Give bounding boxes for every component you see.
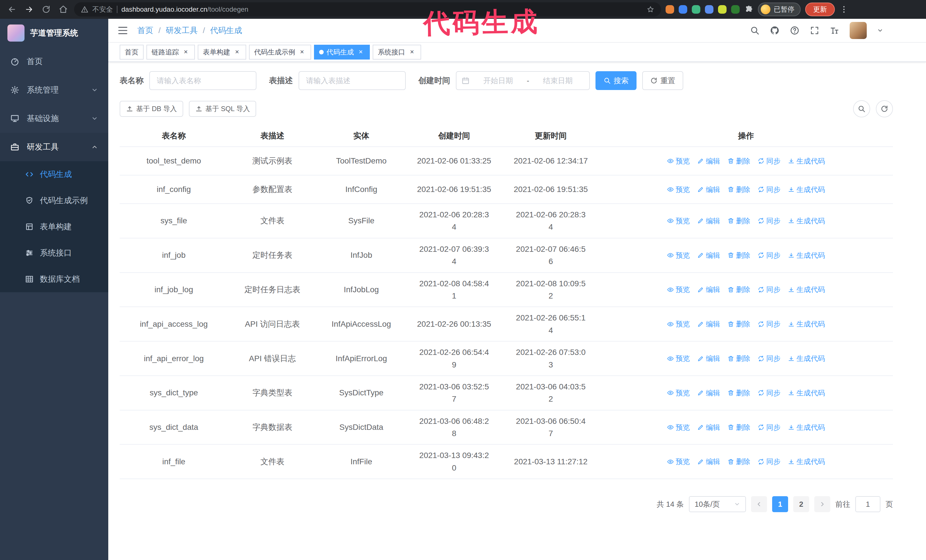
generate-action[interactable]: 生成代码 <box>788 423 825 432</box>
search-icon[interactable] <box>750 26 760 35</box>
sidebar-item-infra[interactable]: 基础设施 <box>0 104 108 133</box>
delete-action[interactable]: 删除 <box>728 156 750 166</box>
home-icon[interactable] <box>57 3 70 16</box>
close-icon[interactable]: × <box>233 48 241 56</box>
view-tab[interactable]: 代码生成 × <box>314 45 370 60</box>
sidebar-subitem-codegen[interactable]: 代码生成 <box>0 161 108 187</box>
delete-action[interactable]: 删除 <box>728 457 750 466</box>
extension-6-icon[interactable] <box>731 5 740 14</box>
page-number[interactable]: 2 <box>793 496 809 512</box>
edit-action[interactable]: 编辑 <box>697 457 720 466</box>
edit-action[interactable]: 编辑 <box>697 251 720 260</box>
fullscreen-icon[interactable] <box>810 26 819 35</box>
breadcrumb-home[interactable]: 首页 <box>137 25 153 36</box>
close-icon[interactable]: × <box>182 48 190 56</box>
view-tab[interactable]: 链路追踪 × <box>147 45 195 60</box>
avatar-caret-down-icon[interactable] <box>877 27 883 33</box>
preview-action[interactable]: 预览 <box>667 185 690 194</box>
view-tab[interactable]: 首页 <box>120 45 144 60</box>
preview-action[interactable]: 预览 <box>667 251 690 260</box>
date-range-picker[interactable]: 开始日期 - 结束日期 <box>456 71 590 90</box>
delete-action[interactable]: 删除 <box>728 319 750 329</box>
close-icon[interactable]: × <box>298 48 306 56</box>
reset-button[interactable]: 重置 <box>642 71 683 90</box>
preview-action[interactable]: 预览 <box>667 423 690 432</box>
extension-1-icon[interactable] <box>666 5 674 14</box>
preview-action[interactable]: 预览 <box>667 156 690 166</box>
sync-action[interactable]: 同步 <box>758 185 781 194</box>
delete-action[interactable]: 删除 <box>728 388 750 398</box>
browser-update-button[interactable]: 更新 <box>805 3 835 16</box>
import-sql-button[interactable]: 基于 SQL 导入 <box>189 101 256 117</box>
extension-4-icon[interactable] <box>705 5 713 14</box>
preview-action[interactable]: 预览 <box>667 388 690 398</box>
preview-action[interactable]: 预览 <box>667 319 690 329</box>
sidebar-subitem-api[interactable]: 系统接口 <box>0 240 108 266</box>
extension-5-icon[interactable] <box>718 5 726 14</box>
view-tab[interactable]: 代码生成示例 × <box>249 45 311 60</box>
edit-action[interactable]: 编辑 <box>697 285 720 294</box>
close-icon[interactable]: × <box>408 48 416 56</box>
forward-icon[interactable] <box>23 3 35 16</box>
github-icon[interactable] <box>770 26 779 35</box>
sidebar-toggle-icon[interactable] <box>117 25 128 36</box>
search-button[interactable]: 搜索 <box>596 71 637 90</box>
table-name-input[interactable] <box>149 71 256 90</box>
toggle-search-button[interactable] <box>853 100 870 117</box>
delete-action[interactable]: 删除 <box>728 285 750 294</box>
sidebar-item-dev-tools[interactable]: 研发工具 <box>0 133 108 161</box>
back-icon[interactable] <box>6 3 18 16</box>
edit-action[interactable]: 编辑 <box>697 423 720 432</box>
view-tab[interactable]: 表单构建 × <box>198 45 246 60</box>
edit-action[interactable]: 编辑 <box>697 388 720 398</box>
preview-action[interactable]: 预览 <box>667 354 690 363</box>
delete-action[interactable]: 删除 <box>728 185 750 194</box>
app-logo[interactable]: 芋道管理系统 <box>0 19 108 47</box>
help-icon[interactable] <box>790 26 799 35</box>
close-icon[interactable]: × <box>357 48 365 56</box>
generate-action[interactable]: 生成代码 <box>788 156 825 166</box>
sidebar-item-home[interactable]: 首页 <box>0 47 108 76</box>
generate-action[interactable]: 生成代码 <box>788 388 825 398</box>
edit-action[interactable]: 编辑 <box>697 319 720 329</box>
generate-action[interactable]: 生成代码 <box>788 216 825 226</box>
table-desc-input[interactable] <box>299 71 406 90</box>
sidebar-subitem-form-builder[interactable]: 表单构建 <box>0 214 108 240</box>
prev-page-button[interactable] <box>751 496 767 512</box>
sync-action[interactable]: 同步 <box>758 216 781 226</box>
preview-action[interactable]: 预览 <box>667 457 690 466</box>
profile-chip[interactable]: 已暂停 <box>758 3 800 16</box>
refresh-table-button[interactable] <box>876 100 893 117</box>
sync-action[interactable]: 同步 <box>758 423 781 432</box>
delete-action[interactable]: 删除 <box>728 216 750 226</box>
generate-action[interactable]: 生成代码 <box>788 354 825 363</box>
delete-action[interactable]: 删除 <box>728 354 750 363</box>
font-size-icon[interactable] <box>830 26 840 35</box>
browser-menu-icon[interactable] <box>840 5 849 14</box>
edit-action[interactable]: 编辑 <box>697 216 720 226</box>
sync-action[interactable]: 同步 <box>758 251 781 260</box>
sync-action[interactable]: 同步 <box>758 319 781 329</box>
preview-action[interactable]: 预览 <box>667 285 690 294</box>
generate-action[interactable]: 生成代码 <box>788 251 825 260</box>
sidebar-subitem-db-doc[interactable]: 数据库文档 <box>0 266 108 292</box>
extensions-puzzle-icon[interactable] <box>744 5 754 14</box>
generate-action[interactable]: 生成代码 <box>788 319 825 329</box>
bookmark-star-icon[interactable] <box>647 6 654 13</box>
breadcrumb-dev-tools[interactable]: 研发工具 <box>166 25 198 36</box>
url-bar[interactable]: 不安全 dashboard.yudao.iocoder.cn/tool/code… <box>74 2 661 17</box>
edit-action[interactable]: 编辑 <box>697 156 720 166</box>
sidebar-subitem-codegen-demo[interactable]: 代码生成示例 <box>0 187 108 214</box>
edit-action[interactable]: 编辑 <box>697 354 720 363</box>
extension-2-icon[interactable] <box>679 5 687 14</box>
generate-action[interactable]: 生成代码 <box>788 457 825 466</box>
edit-action[interactable]: 编辑 <box>697 185 720 194</box>
sync-action[interactable]: 同步 <box>758 354 781 363</box>
user-avatar[interactable] <box>850 22 867 39</box>
goto-page-input[interactable] <box>855 496 881 512</box>
sidebar-item-system[interactable]: 系统管理 <box>0 76 108 104</box>
reload-icon[interactable] <box>40 3 53 16</box>
page-size-select[interactable]: 10条/页 <box>689 496 746 512</box>
sync-action[interactable]: 同步 <box>758 156 781 166</box>
view-tab[interactable]: 系统接口 × <box>373 45 421 60</box>
